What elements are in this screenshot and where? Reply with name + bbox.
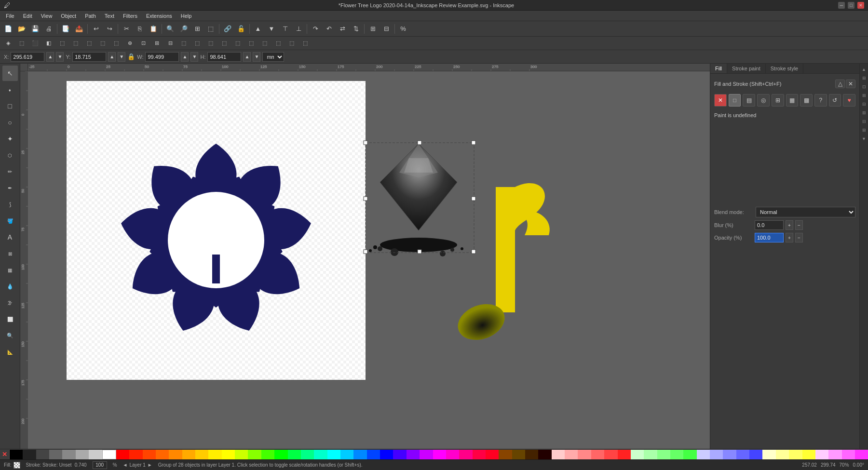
w-decrement[interactable]: ▼ <box>190 52 198 62</box>
color-2[interactable] <box>36 450 49 459</box>
zoom-in-button[interactable]: 🔍 <box>164 23 176 35</box>
snap-btn-2[interactable]: ⬚ <box>15 37 28 50</box>
color-mint-1[interactable] <box>631 450 644 459</box>
menu-help[interactable]: Help <box>177 12 196 20</box>
menu-filters[interactable]: Filters <box>119 12 141 20</box>
edge-btn-9[interactable]: ▼ <box>860 135 868 143</box>
zoom-tool[interactable]: 🔍 <box>2 328 18 343</box>
menu-path[interactable]: Path <box>81 12 100 20</box>
color-brown[interactable] <box>525 450 538 459</box>
dropper-tool[interactable]: 💧 <box>2 279 18 294</box>
snap-btn-5[interactable]: ⬚ <box>56 37 68 50</box>
copy-button[interactable]: ⎘ <box>134 23 146 35</box>
panel-expand-btn[interactable]: △ <box>835 80 845 88</box>
snap-btn-16[interactable]: ⬚ <box>204 37 217 50</box>
edge-btn-7[interactable]: ⊟ <box>860 118 868 125</box>
color-rose-1[interactable] <box>446 450 459 459</box>
color-5[interactable] <box>76 450 89 459</box>
color-4[interactable] <box>62 450 75 459</box>
tab-fill[interactable]: Fill <box>710 64 727 73</box>
snap-toggle[interactable]: % <box>397 23 409 35</box>
color-orange[interactable] <box>169 450 182 459</box>
zoom-fit-button[interactable]: ⊞ <box>191 23 203 35</box>
text-tool[interactable]: A <box>2 229 18 245</box>
color-lime-1[interactable] <box>235 450 248 459</box>
snap-btn-13[interactable]: ⊟ <box>164 37 176 50</box>
w-increment[interactable]: ▲ <box>181 52 189 62</box>
no-color-swatch[interactable]: ✕ <box>0 450 10 459</box>
snap-btn-23[interactable]: ⬚ <box>299 37 312 50</box>
color-amber[interactable] <box>182 450 195 459</box>
layer-arrow[interactable]: ◄ <box>123 462 128 468</box>
paint-bucket-tool[interactable]: 🪣 <box>2 213 18 228</box>
h-increment[interactable]: ▲ <box>243 52 251 62</box>
panel-close-btn[interactable]: ✕ <box>846 80 855 88</box>
layer-arrow-r[interactable]: ► <box>148 462 152 468</box>
color-orchid-3[interactable] <box>855 450 868 459</box>
lock-ratio-icon[interactable]: 🔒 <box>127 53 135 60</box>
new-button[interactable]: 📄 <box>2 23 14 35</box>
canvas-area[interactable]: -25 0 25 50 75 100 <box>20 64 710 449</box>
cut-button[interactable]: ✂ <box>120 23 133 35</box>
distribute-button[interactable]: ⊟ <box>380 23 393 35</box>
snap-btn-1[interactable]: ◈ <box>2 37 14 50</box>
circle-tool[interactable]: ○ <box>2 115 18 130</box>
menu-text[interactable]: Text <box>101 12 118 20</box>
measure-tool[interactable]: 📐 <box>2 344 18 360</box>
export-button[interactable]: 📤 <box>73 23 85 35</box>
unset-btn[interactable]: ↺ <box>829 94 841 107</box>
blur-increment[interactable]: + <box>786 220 793 230</box>
snap-btn-10[interactable]: ⊕ <box>123 37 136 50</box>
linear-gradient-btn[interactable]: ▤ <box>743 94 755 107</box>
color-crimson[interactable] <box>486 450 499 459</box>
node-tool[interactable]: ⬧ <box>2 82 18 97</box>
color-mint-2[interactable] <box>644 450 657 459</box>
rotate-ccw-button[interactable]: ↶ <box>323 23 335 35</box>
snap-btn-15[interactable]: ⬚ <box>191 37 203 50</box>
color-periwinkle-2[interactable] <box>749 450 762 459</box>
handle-tr[interactable] <box>472 141 475 145</box>
color-cream[interactable] <box>789 450 802 459</box>
color-yellow-2[interactable] <box>208 450 221 459</box>
color-black[interactable] <box>10 450 23 459</box>
color-dark-red[interactable] <box>538 450 551 459</box>
color-orchid-1[interactable] <box>815 450 828 459</box>
color-lime[interactable] <box>261 450 274 459</box>
calligraphy-tool[interactable]: ⟆ <box>2 197 18 212</box>
x-input[interactable] <box>11 52 44 62</box>
blur-decrement[interactable]: − <box>795 220 803 230</box>
color-lime-2[interactable] <box>248 450 261 459</box>
menu-object[interactable]: Object <box>57 12 80 20</box>
color-violet-1[interactable] <box>393 450 406 459</box>
eraser-tool[interactable]: ⬜ <box>2 311 18 327</box>
h-decrement[interactable]: ▼ <box>253 52 260 62</box>
color-light-green-2[interactable] <box>683 450 696 459</box>
pattern-btn[interactable]: ▦ <box>786 94 799 107</box>
flip-v-button[interactable]: ⇅ <box>350 23 362 35</box>
flat-color-btn[interactable]: □ <box>729 94 741 107</box>
color-lemon[interactable] <box>802 450 815 459</box>
mesh-gradient-btn[interactable]: ⊞ <box>772 94 784 107</box>
spray-tool[interactable]: 🌫 <box>2 295 18 310</box>
pen-tool[interactable]: ✒ <box>2 180 18 196</box>
pencil-tool[interactable]: ✏ <box>2 164 18 179</box>
color-1[interactable] <box>23 450 36 459</box>
color-brown-1[interactable] <box>499 450 512 459</box>
color-orange-1[interactable] <box>143 450 156 459</box>
print-button[interactable]: 🖨 <box>42 23 55 35</box>
node-align-button[interactable]: ⊞ <box>366 23 379 35</box>
color-pink[interactable] <box>578 450 591 459</box>
rect-tool[interactable]: □ <box>2 98 18 114</box>
color-red[interactable] <box>116 450 129 459</box>
redo-button[interactable]: ↪ <box>103 23 116 35</box>
y-input[interactable] <box>72 52 106 62</box>
zoom-input[interactable] <box>93 461 107 469</box>
snap-btn-6[interactable]: ⬚ <box>69 37 82 50</box>
menu-edit[interactable]: Edit <box>19 12 36 20</box>
lower-button[interactable]: ▼ <box>265 23 278 35</box>
color-azure[interactable] <box>367 450 380 459</box>
raise-button[interactable]: ▲ <box>252 23 264 35</box>
flip-h-button[interactable]: ⇄ <box>336 23 349 35</box>
opacity-input[interactable] <box>755 233 784 242</box>
color-orchid-2[interactable] <box>828 450 841 459</box>
